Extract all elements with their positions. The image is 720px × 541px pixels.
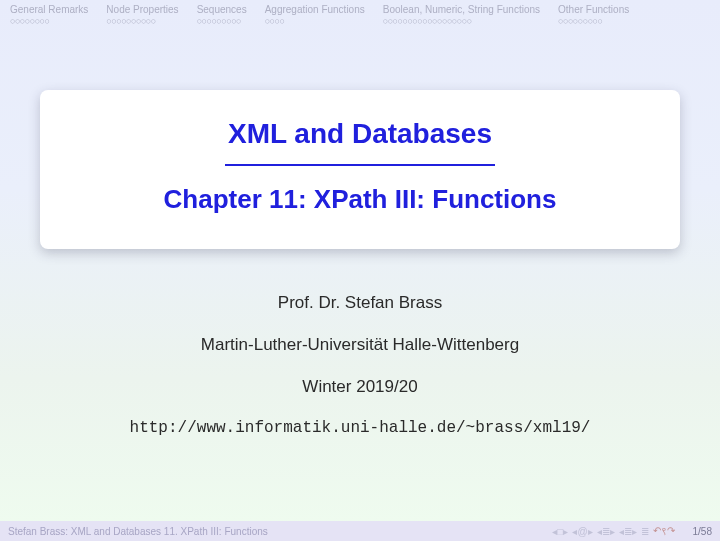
prev-section-button[interactable]: ◂@▸ — [572, 526, 592, 537]
nav-item[interactable]: Boolean, Numeric, String Functions ○○○○○… — [383, 4, 540, 26]
nav-progress-dots: ○○○○○○○○ — [10, 16, 88, 26]
nav-item[interactable]: Sequences ○○○○○○○○○ — [197, 4, 247, 26]
slide-title: XML and Databases — [70, 118, 650, 150]
nav-title: Boolean, Numeric, String Functions — [383, 4, 540, 15]
nav-title: Node Properties — [106, 4, 178, 15]
slide-subtitle: Chapter 11: XPath III: Functions — [70, 184, 650, 215]
footer-credit: Stefan Brass: XML and Databases 11. XPat… — [8, 526, 268, 537]
next-slide-button[interactable]: ◂≣▸ — [619, 526, 637, 537]
title-card: XML and Databases Chapter 11: XPath III:… — [40, 90, 680, 249]
nav-title: Sequences — [197, 4, 247, 15]
term: Winter 2019/20 — [0, 377, 720, 397]
institution: Martin-Luther-Universität Halle-Wittenbe… — [0, 335, 720, 355]
nav-progress-dots: ○○○○○○○○○ — [197, 16, 247, 26]
footer-bar: Stefan Brass: XML and Databases 11. XPat… — [0, 521, 720, 541]
nav-item[interactable]: Aggregation Functions ○○○○ — [265, 4, 365, 26]
nav-title: General Remarks — [10, 4, 88, 15]
course-url[interactable]: http://www.informatik.uni-halle.de/~bras… — [0, 419, 720, 437]
nav-controls: ◂□▸ ◂@▸ ◂≣▸ ◂≣▸ ≣ ↶९↷ — [552, 525, 674, 537]
nav-item[interactable]: General Remarks ○○○○○○○○ — [10, 4, 88, 26]
nav-item[interactable]: Other Functions ○○○○○○○○○ — [558, 4, 629, 26]
back-forward-button[interactable]: ↶९↷ — [653, 525, 675, 537]
author-name: Prof. Dr. Stefan Brass — [0, 293, 720, 313]
nav-title: Aggregation Functions — [265, 4, 365, 15]
meta-block: Prof. Dr. Stefan Brass Martin-Luther-Uni… — [0, 293, 720, 397]
nav-progress-dots: ○○○○○○○○○○○○○○○○○○ — [383, 16, 540, 26]
title-divider — [225, 164, 495, 166]
nav-sections: General Remarks ○○○○○○○○ Node Properties… — [0, 0, 720, 26]
first-slide-button[interactable]: ◂□▸ — [552, 526, 568, 537]
nav-progress-dots: ○○○○○○○○○ — [558, 16, 629, 26]
nav-item[interactable]: Node Properties ○○○○○○○○○○ — [106, 4, 178, 26]
nav-progress-dots: ○○○○○○○○○○ — [106, 16, 178, 26]
nav-title: Other Functions — [558, 4, 629, 15]
nav-progress-dots: ○○○○ — [265, 16, 365, 26]
page-counter[interactable]: 1/58 — [693, 526, 712, 537]
outline-button[interactable]: ≣ — [641, 526, 649, 537]
prev-slide-button[interactable]: ◂≣▸ — [597, 526, 615, 537]
